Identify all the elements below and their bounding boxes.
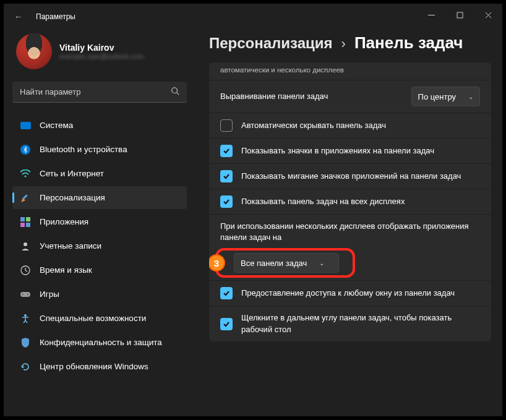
search-placeholder: Найти параметр (20, 87, 171, 96)
row-label: Показывать мигание значков приложений на… (241, 171, 480, 182)
sidebar-item-label: Центр обновления Windows (40, 362, 148, 371)
svg-point-13 (24, 242, 27, 246)
row-show-badges[interactable]: Показывать значки в приложениях на панел… (209, 138, 491, 163)
svg-rect-10 (26, 217, 30, 221)
highlighted-setting: 3 Все панели задач ⌄ (209, 246, 491, 280)
svg-rect-1 (457, 12, 463, 18)
dropdown-value: По центру (418, 92, 456, 101)
search-icon (171, 87, 179, 97)
row-autohide[interactable]: Автоматически скрывать панель задач (209, 113, 491, 138)
svg-rect-15 (20, 292, 30, 297)
chevron-down-icon: ⌄ (468, 93, 473, 100)
update-icon (20, 361, 31, 372)
svg-line-5 (177, 93, 179, 95)
svg-point-4 (172, 88, 178, 93)
wifi-icon (20, 168, 31, 179)
row-alignment: Выравнивание панели задач По центру ⌄ (209, 80, 491, 113)
row-label: Показывать панель задач на всех дисплеях (241, 196, 480, 207)
dropdown-value: Все панели задач (241, 259, 307, 268)
checkbox-checked[interactable] (220, 170, 233, 182)
clock-icon (20, 265, 31, 276)
user-email: example.user@outlook.com (59, 53, 144, 60)
svg-rect-9 (20, 217, 25, 221)
minimize-button[interactable] (417, 4, 445, 26)
chevron-down-icon: ⌄ (319, 260, 324, 267)
row-label: Щелкните в дальнем углу панели задач, чт… (241, 312, 480, 335)
chevron-right-icon: › (341, 36, 346, 52)
multi-display-dropdown[interactable]: Все панели задач ⌄ (234, 253, 339, 273)
sidebar-item-system[interactable]: Система (12, 114, 187, 137)
window-title: Параметры (36, 12, 75, 21)
row-label: Выравнивание панели задач (220, 91, 403, 102)
checkbox-checked[interactable] (220, 195, 233, 208)
sidebar-item-label: Время и язык (40, 265, 92, 275)
truncated-description: автоматически и несколько дисплеев (209, 62, 491, 80)
sidebar-item-label: Учетные записи (40, 241, 101, 251)
sidebar-item-privacy[interactable]: Конфиденциальность и защита (12, 331, 187, 354)
checkbox-checked[interactable] (220, 287, 233, 299)
svg-rect-11 (20, 223, 25, 227)
sidebar-item-accessibility[interactable]: Специальные возможности (12, 307, 187, 330)
sidebar-item-label: Персонализация (40, 193, 105, 202)
page-title: Панель задач (354, 33, 463, 53)
sidebar-item-personalization[interactable]: Персонализация (12, 186, 187, 209)
user-name: Vitaliy Kairov (59, 43, 144, 53)
svg-rect-8 (22, 194, 27, 199)
close-button[interactable] (474, 4, 502, 26)
sidebar-item-label: Специальные возможности (40, 314, 146, 323)
sidebar-item-label: Игры (40, 289, 59, 299)
row-far-corner[interactable]: Щелкните в дальнем углу панели задач, чт… (209, 306, 491, 341)
sidebar-item-update[interactable]: Центр обновления Windows (12, 355, 187, 378)
checkbox-checked[interactable] (220, 318, 233, 330)
sidebar-nav: Система Bluetooth и устройства Сеть и Ин… (12, 114, 187, 378)
sidebar-item-label: Конфиденциальность и защита (40, 338, 162, 347)
sidebar-item-gaming[interactable]: Игры (12, 283, 187, 306)
sidebar-item-label: Bluetooth и устройства (40, 145, 127, 154)
search-input[interactable]: Найти параметр (12, 82, 187, 103)
display-icon (20, 120, 31, 131)
maximize-button[interactable] (445, 4, 474, 26)
bluetooth-icon (20, 144, 31, 155)
sidebar-item-network[interactable]: Сеть и Интернет (12, 162, 187, 185)
apps-icon (20, 216, 31, 228)
sidebar-item-accounts[interactable]: Учетные записи (12, 234, 187, 257)
gamepad-icon (20, 289, 31, 300)
annotation-badge: 3 (209, 254, 225, 272)
row-show-flashing[interactable]: Показывать мигание значков приложений на… (209, 163, 491, 189)
accessibility-icon (20, 313, 31, 324)
sidebar-item-label: Приложения (40, 217, 88, 226)
multi-display-prompt: При использовании нескольких дисплеев от… (220, 221, 480, 246)
user-profile[interactable]: Vitaliy Kairov example.user@outlook.com (12, 30, 187, 78)
row-label: Автоматически скрывать панель задач (241, 120, 480, 131)
svg-rect-12 (26, 223, 30, 227)
shield-icon (20, 337, 31, 348)
sidebar-item-apps[interactable]: Приложения (12, 210, 187, 233)
row-any-window-access[interactable]: Предоставление доступа к любому окну из … (209, 280, 491, 306)
sidebar-item-bluetooth[interactable]: Bluetooth и устройства (12, 138, 187, 161)
paint-icon (20, 192, 31, 204)
settings-panel: автоматически и несколько дисплеев Вырав… (209, 62, 491, 341)
sidebar-item-label: Сеть и Интернет (40, 169, 104, 178)
back-button[interactable]: ← (9, 12, 28, 22)
svg-point-16 (22, 294, 24, 295)
breadcrumb-parent[interactable]: Персонализация (209, 35, 333, 52)
svg-point-7 (24, 175, 26, 177)
sidebar-item-time[interactable]: Время и язык (12, 259, 187, 281)
checkbox-unchecked[interactable] (220, 119, 233, 132)
sidebar-item-label: Система (40, 121, 73, 130)
alignment-dropdown[interactable]: По центру ⌄ (411, 87, 480, 106)
svg-point-18 (24, 314, 27, 317)
avatar (16, 33, 52, 69)
row-label: Показывать значки в приложениях на панел… (241, 145, 480, 156)
checkbox-checked[interactable] (220, 145, 233, 157)
row-label: Предоставление доступа к любому окну из … (241, 288, 480, 299)
breadcrumb: Персонализация › Панель задач (209, 33, 491, 53)
row-show-all-displays[interactable]: Показывать панель задач на всех дисплеях (209, 189, 491, 214)
person-icon (20, 241, 31, 252)
svg-point-17 (27, 294, 28, 295)
